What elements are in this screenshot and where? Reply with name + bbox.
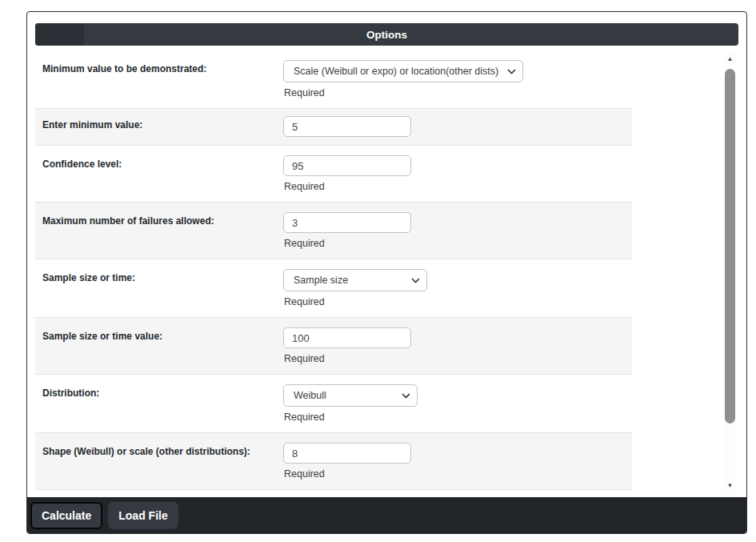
required-hint: Required (284, 467, 632, 481)
form-row-min-value: Enter minimum value: (35, 109, 632, 146)
field-label: Minimum value to be demonstrated: (42, 60, 283, 75)
options-header: Options (35, 23, 738, 46)
field-label: Confidence level: (42, 155, 283, 171)
required-hint: Required (284, 86, 632, 100)
header-accent-segment (35, 23, 84, 46)
chevron-down-icon (507, 69, 516, 74)
panel-title: Options (366, 29, 407, 41)
page: Options Minimum value to be demonstrated… (0, 0, 756, 542)
min-value-input[interactable] (283, 116, 411, 137)
required-hint: Required (284, 295, 632, 309)
load-file-button[interactable]: Load File (108, 502, 178, 529)
form-scroll-area: Minimum value to be demonstrated: Scale … (27, 50, 746, 498)
select-value: Sample size (294, 275, 406, 286)
confidence-level-input[interactable] (283, 155, 411, 176)
scroll-up-arrow-icon[interactable]: ▲ (724, 54, 736, 65)
form-row-sample-value: Sample size or time value: Required (35, 318, 632, 375)
select-value: Weibull (294, 390, 397, 401)
form-row-max-failures: Maximum number of failures allowed: Requ… (35, 203, 632, 259)
field-label: Maximum number of failures allowed: (42, 212, 283, 227)
max-failures-input[interactable] (283, 212, 411, 233)
field-label: Sample size or time value: (42, 327, 283, 343)
calculate-button[interactable]: Calculate (30, 502, 102, 529)
options-panel: Options Minimum value to be demonstrated… (26, 11, 747, 534)
sample-value-input[interactable] (283, 327, 411, 348)
sample-size-or-time-select[interactable]: Sample size (283, 269, 427, 291)
required-hint: Required (284, 351, 632, 366)
scrollbar[interactable]: ▲ ▼ (724, 52, 736, 495)
select-value: Scale (Weibull or expo) or location(othe… (294, 66, 502, 77)
field-label: Shape (Weibull) or scale (other distribu… (42, 443, 283, 458)
scrollbar-thumb[interactable] (725, 69, 735, 424)
distribution-select[interactable]: Weibull (283, 384, 418, 407)
form-row-confidence: Confidence level: Required (35, 146, 632, 203)
field-label: Distribution: (42, 384, 283, 399)
required-hint: Required (284, 410, 632, 424)
scroll-down-arrow-icon[interactable]: ▼ (724, 480, 736, 492)
form-row-min-demonstrated: Minimum value to be demonstrated: Scale … (35, 50, 632, 109)
footer-bar: Calculate Load File (27, 497, 746, 533)
form-row-sample-size-or-time: Sample size or time: Sample size Require… (35, 259, 632, 318)
form-rows: Minimum value to be demonstrated: Scale … (35, 50, 632, 498)
field-label: Enter minimum value: (42, 116, 283, 131)
min-demonstrated-select[interactable]: Scale (Weibull or expo) or location(othe… (283, 60, 523, 82)
chevron-down-icon (411, 278, 420, 283)
form-row-shape-scale: Shape (Weibull) or scale (other distribu… (35, 433, 632, 490)
shape-scale-input[interactable] (283, 443, 411, 464)
form-row-distribution: Distribution: Weibull Required (35, 375, 632, 433)
chevron-down-icon (402, 393, 410, 399)
required-hint: Required (284, 236, 632, 251)
field-label: Sample size or time: (42, 269, 283, 284)
required-hint: Required (284, 179, 632, 194)
